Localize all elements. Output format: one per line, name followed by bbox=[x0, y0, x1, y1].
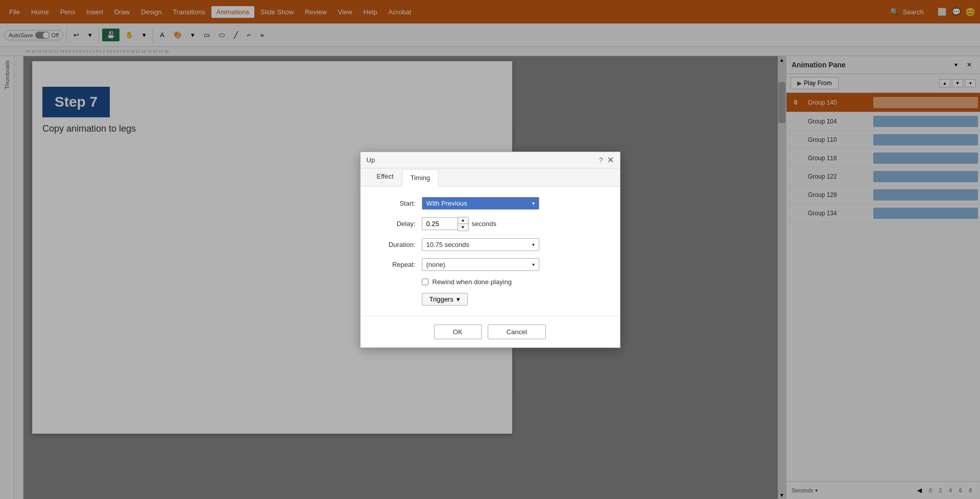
delay-up-button[interactable]: ▲ bbox=[458, 217, 468, 224]
rewind-checkbox[interactable] bbox=[422, 279, 428, 285]
triggers-arrow-icon: ▾ bbox=[457, 295, 460, 303]
delay-control: ▲ ▼ seconds bbox=[422, 217, 606, 231]
form-row-delay: Delay: ▲ ▼ seconds bbox=[375, 217, 606, 231]
dialog-title-icons: ? ✕ bbox=[599, 155, 613, 165]
delay-input[interactable] bbox=[422, 217, 458, 230]
tab-timing[interactable]: Timing bbox=[402, 169, 439, 187]
repeat-dropdown[interactable]: (none) ▾ bbox=[422, 258, 539, 271]
dialog-tabs: Effect Timing bbox=[361, 168, 620, 187]
dialog: Up ? ✕ Effect Timing Start: With Previou… bbox=[360, 152, 620, 348]
start-value: With Previous bbox=[426, 199, 467, 207]
duration-dropdown-arrow: ▾ bbox=[532, 242, 535, 247]
modal-overlay: Up ? ✕ Effect Timing Start: With Previou… bbox=[0, 0, 980, 499]
duration-value: 10.75 seconds bbox=[426, 241, 470, 248]
form-row-repeat: Repeat: (none) ▾ bbox=[375, 258, 606, 271]
cancel-button[interactable]: Cancel bbox=[488, 325, 546, 339]
start-dropdown[interactable]: With Previous ▾ bbox=[422, 197, 539, 210]
start-control: With Previous ▾ bbox=[422, 197, 606, 210]
start-label: Start: bbox=[375, 199, 416, 207]
form-row-duration: Duration: 10.75 seconds ▾ bbox=[375, 238, 606, 251]
delay-spinner-buttons: ▲ ▼ bbox=[458, 217, 469, 231]
ok-button[interactable]: OK bbox=[434, 325, 482, 339]
duration-label: Duration: bbox=[375, 241, 416, 248]
rewind-row: Rewind when done playing bbox=[375, 278, 606, 286]
repeat-label: Repeat: bbox=[375, 261, 416, 268]
start-dropdown-arrow: ▾ bbox=[532, 201, 535, 206]
dialog-titlebar: Up ? ✕ bbox=[361, 152, 620, 168]
rewind-label: Rewind when done playing bbox=[433, 278, 512, 286]
dialog-title: Up bbox=[367, 156, 375, 164]
delay-suffix: seconds bbox=[472, 220, 496, 228]
duration-dropdown[interactable]: 10.75 seconds ▾ bbox=[422, 238, 539, 251]
form-row-start: Start: With Previous ▾ bbox=[375, 197, 606, 210]
triggers-row: Triggers ▾ bbox=[375, 293, 606, 306]
dialog-close-button[interactable]: ✕ bbox=[607, 155, 614, 165]
delay-spinner: ▲ ▼ bbox=[422, 217, 469, 231]
dialog-footer: OK Cancel bbox=[361, 316, 620, 347]
delay-down-button[interactable]: ▼ bbox=[458, 224, 468, 231]
delay-label: Delay: bbox=[375, 220, 416, 228]
repeat-value: (none) bbox=[426, 261, 446, 268]
dialog-help-button[interactable]: ? bbox=[599, 156, 603, 164]
duration-control: 10.75 seconds ▾ bbox=[422, 238, 606, 251]
tab-effect[interactable]: Effect bbox=[369, 168, 402, 187]
repeat-dropdown-arrow: ▾ bbox=[532, 262, 535, 267]
dialog-body: Start: With Previous ▾ Delay: ▲ bbox=[361, 187, 620, 316]
triggers-label: Triggers bbox=[429, 295, 453, 303]
triggers-button[interactable]: Triggers ▾ bbox=[422, 293, 468, 306]
repeat-control: (none) ▾ bbox=[422, 258, 606, 271]
